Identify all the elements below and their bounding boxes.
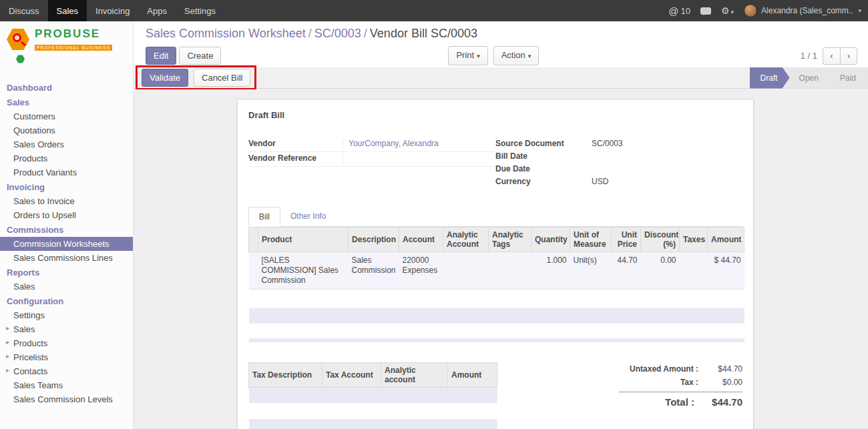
nav-item-apps[interactable]: Apps [138, 0, 176, 21]
col-unit-of-measure: Unit of Measure [570, 228, 612, 252]
col-analytic-account: Analytic Account [443, 228, 489, 252]
sidebar-item-label: Contacts [13, 366, 47, 376]
cell-analytic-account [443, 252, 489, 290]
expand-arrow-icon: ▸ [6, 338, 9, 346]
sidebar-item-label: Products [13, 338, 47, 348]
nav-item-settings[interactable]: Settings [176, 0, 224, 21]
form-title: Draft Bill [248, 110, 742, 120]
breadcrumb-separator: / [361, 27, 370, 40]
mentions-counter[interactable]: @ 10 [668, 5, 690, 17]
sidebar: PROBUSE PROFESSIONAL BUSINESS Dashboard … [0, 21, 134, 429]
tax-lines-table: Tax Description Tax Account Analytic acc… [248, 362, 497, 429]
tab-other-info[interactable]: Other Info [280, 207, 336, 226]
pager-previous-button[interactable]: ‹ [823, 47, 840, 65]
tab-bill[interactable]: Bill [248, 207, 280, 227]
field-bill-date: Bill Date [495, 150, 742, 163]
cancel-bill-button[interactable]: Cancel Bill [194, 69, 250, 87]
sidebar-heading-invoicing[interactable]: Invoicing [0, 179, 133, 194]
sidebar-item-commission-worksheets[interactable]: Commission Worksheets [0, 237, 133, 251]
source-document-value: SC/0003 [592, 139, 742, 148]
untaxed-amount-value: $44.70 [698, 364, 742, 374]
sidebar-item-config-sales[interactable]: ▸Sales [0, 322, 133, 336]
cell-discount: 0.00 [641, 252, 680, 290]
empty-row [249, 324, 744, 338]
sidebar-item-config-settings[interactable]: Settings [0, 308, 133, 322]
sidebar-item-config-products[interactable]: ▸Products [0, 336, 133, 350]
vendor-value-link[interactable]: YourCompany, Alexandra [349, 139, 439, 148]
vendor-reference-value[interactable] [343, 153, 495, 165]
sidebar-item-sales-orders[interactable]: Sales Orders [0, 137, 133, 151]
chat-icon[interactable] [700, 7, 711, 15]
nav-item-sales[interactable]: Sales [48, 0, 87, 21]
validate-button[interactable]: Validate [142, 69, 188, 87]
invoice-line-row[interactable]: [SALES COMMISSION] Sales Commission Sale… [249, 252, 744, 290]
caret-down-icon: ▾ [477, 53, 480, 59]
sidebar-item-sales-commissions-lines[interactable]: Sales Commissions Lines [0, 251, 133, 265]
chevron-left-icon: ‹ [830, 51, 833, 61]
sidebar-item-config-pricelists[interactable]: ▸Pricelists [0, 350, 133, 364]
logo-title: PROBUSE [35, 28, 112, 40]
row-handle-column [249, 228, 258, 252]
currency-label: Currency [495, 177, 592, 186]
sidebar-item-quotations[interactable]: Quotations [0, 123, 133, 137]
empty-cell [249, 308, 744, 324]
cell-analytic-tags [489, 252, 531, 290]
tax-label: Tax : [680, 378, 698, 387]
sidebar-heading-configuration[interactable]: Configuration [0, 294, 133, 308]
empty-cell [249, 419, 497, 429]
pager-next-button[interactable]: › [840, 47, 857, 65]
sidebar-heading-reports[interactable]: Reports [0, 265, 133, 280]
bill-date-label: Bill Date [495, 151, 592, 161]
pager-buttons: ‹ › [823, 47, 857, 65]
nav-item-invoicing[interactable]: Invoicing [87, 0, 138, 21]
edit-button[interactable]: Edit [146, 47, 176, 65]
sidebar-item-customers[interactable]: Customers [0, 109, 133, 123]
sidebar-item-orders-to-upsell[interactable]: Orders to Upsell [0, 208, 133, 222]
sidebar-menu: Dashboard Sales Customers Quotations Sal… [0, 80, 133, 406]
sidebar-heading-dashboard[interactable]: Dashboard [0, 80, 133, 95]
total-row: Total : $44.70 [619, 392, 742, 410]
cell-taxes [680, 252, 708, 290]
cell-uom: Unit(s) [570, 252, 612, 290]
status-step-open[interactable]: Open [783, 67, 831, 89]
fields-left-column: Vendor YourCompany, Alexandra Vendor Ref… [248, 137, 495, 188]
user-menu[interactable]: Alexandra (Sales_comm.. ▾ [744, 4, 861, 17]
cell-amount: $ 44.70 [708, 252, 744, 290]
nav-item-discuss[interactable]: Discuss [0, 0, 48, 21]
sidebar-heading-sales[interactable]: Sales [0, 95, 133, 109]
print-dropdown[interactable]: Print▾ [448, 46, 487, 65]
cell-product: [SALES COMMISSION] Sales Commission [258, 252, 349, 290]
sidebar-item-sales-to-invoice[interactable]: Sales to Invoice [0, 194, 133, 208]
empty-cell [249, 338, 744, 342]
sidebar-item-products[interactable]: Products [0, 151, 133, 165]
sidebar-item-reports-sales[interactable]: Sales [0, 280, 133, 294]
col-description: Description [349, 228, 399, 252]
debug-menu[interactable]: ⚙▾ [721, 5, 734, 16]
probuse-logo: PROBUSE PROFESSIONAL BUSINESS [0, 21, 133, 80]
breadcrumb-separator: / [306, 27, 314, 40]
create-button[interactable]: Create [179, 47, 221, 65]
col-tax-analytic-account: Analytic account [381, 362, 448, 387]
magnifier-icon [13, 33, 21, 42]
logo-green-hexagon-icon [16, 55, 25, 63]
control-panel-buttons: Edit Create Print▾ Action▾ 1 / 1 ‹ › [146, 46, 857, 65]
sidebar-item-sales-commission-levels[interactable]: Sales Commission Levels [0, 392, 133, 406]
sidebar-item-sales-teams[interactable]: Sales Teams [0, 378, 133, 392]
col-amount: Amount [708, 228, 744, 252]
breadcrumb-link-worksheet[interactable]: Sales Commission Worksheet [146, 27, 306, 40]
totals-block: Untaxed Amount : $44.70 Tax : $0.00 Tota… [619, 362, 742, 410]
cell-quantity: 1.000 [531, 252, 570, 290]
sidebar-item-config-contacts[interactable]: ▸Contacts [0, 364, 133, 378]
pager-counter: 1 / 1 [801, 51, 817, 61]
bottom-section: Tax Description Tax Account Analytic acc… [248, 362, 742, 429]
expand-arrow-icon: ▸ [6, 366, 9, 374]
sidebar-item-label: Sales [13, 324, 35, 334]
sidebar-heading-commissions[interactable]: Commissions [0, 222, 133, 237]
status-step-draft[interactable]: Draft [750, 67, 790, 89]
navbar-right: @ 10 ⚙▾ Alexandra (Sales_comm.. ▾ [668, 4, 868, 17]
sidebar-item-product-variants[interactable]: Product Variants [0, 165, 133, 179]
col-account: Account [399, 228, 443, 252]
breadcrumb-link-sc0003[interactable]: SC/0003 [314, 27, 361, 40]
logo-hexagon-icon [7, 28, 31, 52]
action-dropdown[interactable]: Action▾ [493, 46, 539, 65]
